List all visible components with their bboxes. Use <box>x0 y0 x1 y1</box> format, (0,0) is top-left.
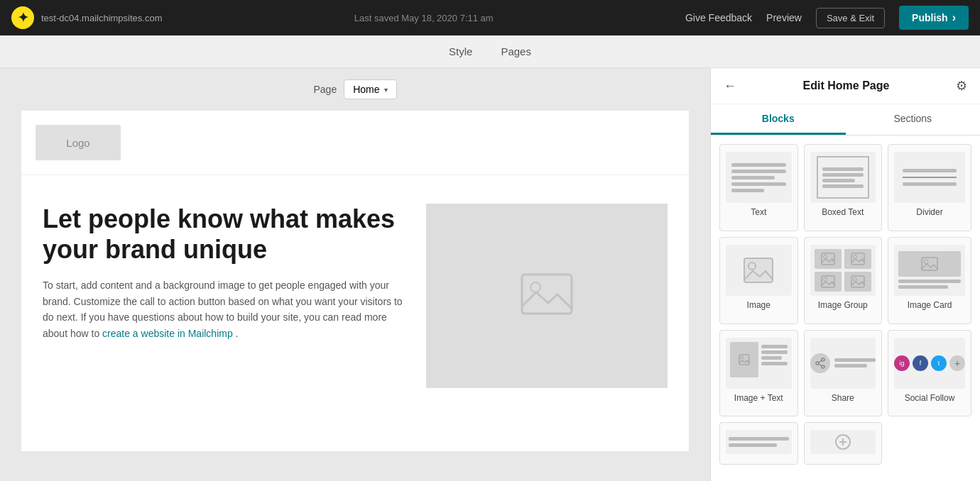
hero-period: . <box>236 328 239 339</box>
partial-block-icon <box>834 433 851 450</box>
block-label-image: Image <box>747 300 771 310</box>
chevron-down-icon: ▾ <box>384 86 388 94</box>
block-preview-image-group <box>810 245 876 296</box>
preview-line <box>731 176 775 179</box>
site-url: test-dc04.mailchimpsites.com <box>41 13 163 23</box>
block-item-boxed-text[interactable]: Boxed Text <box>804 144 883 231</box>
image-group-item <box>815 249 842 269</box>
svg-point-5 <box>823 255 827 258</box>
block-item-partial-1[interactable] <box>719 422 798 465</box>
svg-rect-0 <box>522 275 572 314</box>
image-block-icon <box>743 257 774 284</box>
block-label-share: Share <box>832 393 854 403</box>
block-item-social-follow[interactable]: ig f t + Social Follow <box>888 330 971 417</box>
last-saved-status: Last saved May 18, 2020 7:11 am <box>354 13 494 23</box>
svg-point-17 <box>816 362 819 365</box>
svg-line-20 <box>819 364 822 366</box>
divider-preview-block <box>894 163 965 192</box>
preview-line <box>822 167 864 171</box>
block-item-divider[interactable]: Divider <box>888 144 971 231</box>
image-group-item <box>844 249 871 269</box>
preview-hr <box>903 177 957 178</box>
tab-blocks[interactable]: Blocks <box>711 104 846 135</box>
block-item-image[interactable]: Image <box>719 237 798 324</box>
panel-header: ← Edit Home Page ⚙ <box>711 68 980 104</box>
image-icon <box>851 275 865 288</box>
block-preview-divider <box>894 152 965 203</box>
svg-point-16 <box>822 358 824 361</box>
preview-line <box>898 280 961 283</box>
block-preview-image-card <box>894 245 965 296</box>
preview-line <box>834 358 876 362</box>
image-placeholder-icon <box>518 267 575 324</box>
preview-line <box>761 350 788 354</box>
panel-back-button[interactable]: ← <box>724 79 736 94</box>
svg-point-9 <box>823 277 827 281</box>
preview-line <box>729 443 777 447</box>
image-icon <box>821 253 835 265</box>
block-item-partial-2[interactable] <box>804 422 883 465</box>
block-label-divider: Divider <box>916 207 942 217</box>
hero-body: To start, add content and a background i… <box>43 277 405 341</box>
hero-link[interactable]: create a website in Mailchimp <box>102 328 233 339</box>
panel-settings-button[interactable]: ⚙ <box>956 78 967 94</box>
block-label-image-card: Image Card <box>908 300 952 310</box>
publish-button[interactable]: Publish › <box>899 6 969 30</box>
right-panel: ← Edit Home Page ⚙ Blocks Sections <box>710 68 980 481</box>
block-item-text[interactable]: Text <box>719 144 798 231</box>
svg-point-1 <box>530 282 540 292</box>
preview-line <box>731 163 786 167</box>
back-arrow-icon: ← <box>724 79 736 94</box>
preview-line <box>834 364 868 367</box>
block-preview-social-follow: ig f t + <box>894 338 965 389</box>
image-group-preview <box>810 245 876 296</box>
preview-line <box>898 285 948 289</box>
preview-link[interactable]: Preview <box>766 12 802 23</box>
block-item-share[interactable]: Share <box>804 330 883 417</box>
svg-rect-2 <box>744 258 773 282</box>
page-dropdown[interactable]: Home ▾ <box>344 79 396 99</box>
preview-line <box>822 184 864 188</box>
social-follow-preview: ig f t + <box>894 338 965 389</box>
publish-arrow-icon: › <box>952 11 956 24</box>
preview-line <box>761 345 788 348</box>
give-feedback-link[interactable]: Give Feedback <box>685 12 752 23</box>
image-preview <box>726 245 792 296</box>
pages-nav-item[interactable]: Pages <box>501 43 531 60</box>
block-item-image-card[interactable]: Image Card <box>888 237 971 324</box>
share-preview <box>810 338 876 389</box>
save-exit-button[interactable]: Save & Exit <box>816 8 885 28</box>
hero-image-placeholder <box>426 204 668 388</box>
block-item-image-text[interactable]: Image + Text <box>719 330 798 417</box>
preview-line <box>761 362 788 365</box>
twitter-icon: t <box>931 355 947 371</box>
gear-icon: ⚙ <box>956 79 967 93</box>
preview-line <box>903 182 957 186</box>
canvas: Logo Let people know what makes your bra… <box>21 111 689 451</box>
image-icon <box>739 354 750 365</box>
preview-line <box>903 169 957 172</box>
main-content: Page Home ▾ Logo Let people know what ma… <box>0 68 980 481</box>
svg-rect-12 <box>922 258 937 270</box>
svg-point-13 <box>924 260 928 264</box>
preview-line <box>731 170 786 173</box>
style-nav-item[interactable]: Style <box>449 43 472 60</box>
preview-line <box>731 189 764 192</box>
publish-label: Publish <box>912 12 948 23</box>
preview-line <box>731 182 786 186</box>
image-card-preview-img <box>898 251 961 277</box>
mailchimp-logo-symbol: ✦ <box>18 10 28 26</box>
share-icon-circle <box>810 353 830 373</box>
block-label-social-follow: Social Follow <box>905 393 955 403</box>
block-label-image-group: Image Group <box>818 300 868 310</box>
image-text-preview <box>726 338 792 389</box>
block-preview-image-text <box>726 338 792 389</box>
image-card-preview <box>894 247 965 293</box>
blocks-grid: Text Boxed Text <box>711 136 980 481</box>
top-nav: ✦ test-dc04.mailchimpsites.com Last save… <box>0 0 980 35</box>
share-icon <box>815 358 826 369</box>
block-item-image-group[interactable]: Image Group <box>804 237 883 324</box>
tab-sections[interactable]: Sections <box>846 104 981 135</box>
svg-rect-14 <box>739 355 749 365</box>
block-preview-share <box>810 338 876 389</box>
